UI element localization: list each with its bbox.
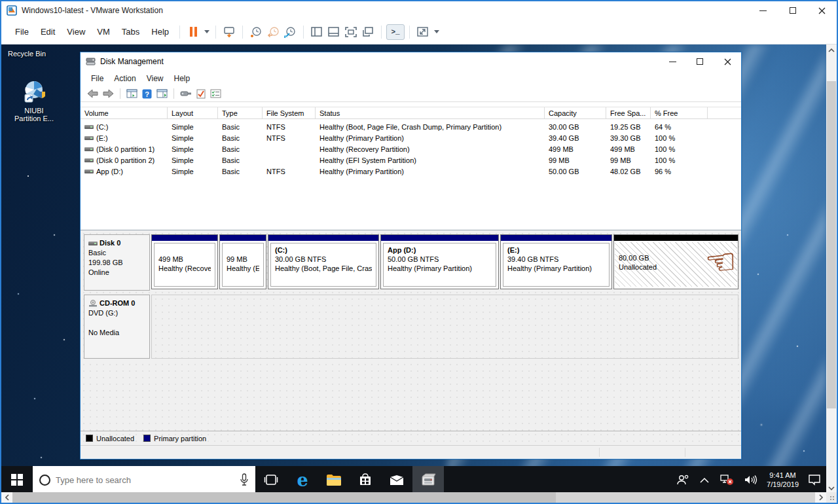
taskbar-mail-button[interactable]: [381, 466, 412, 494]
column-file-system[interactable]: File System: [263, 107, 316, 118]
column-volume[interactable]: Volume: [81, 107, 168, 118]
check-document-icon[interactable]: [196, 89, 206, 99]
start-button[interactable]: [1, 466, 33, 494]
task-view-icon: [264, 474, 278, 486]
close-button[interactable]: [807, 1, 837, 20]
dm-maximize-button[interactable]: [686, 52, 714, 71]
suspend-vm-button[interactable]: [185, 24, 202, 41]
column-free-space[interactable]: Free Spa...: [606, 107, 651, 118]
minimize-button[interactable]: [748, 1, 778, 20]
dm-menu-help[interactable]: Help: [169, 72, 196, 85]
dm-minimize-button[interactable]: [659, 52, 686, 71]
cdrom-status: No Media: [88, 328, 145, 338]
forward-icon[interactable]: [103, 89, 114, 98]
console-view-button[interactable]: >_: [386, 24, 405, 40]
vmware-logo-icon: [7, 5, 17, 16]
vertical-scroll-thumb[interactable]: [827, 81, 836, 408]
cdrom-row: CD-ROM 0 DVD (G:) No Media: [84, 295, 738, 359]
menu-vm[interactable]: VM: [91, 24, 116, 39]
volume-row-app-d[interactable]: App (D:) Simple Basic NTFS Healthy (Prim…: [81, 166, 708, 177]
unallocated-color-bar: [614, 235, 738, 241]
back-icon[interactable]: [87, 89, 98, 98]
partition-app-d[interactable]: App (D:) 50.00 GB NTFS Healthy (Primary …: [380, 234, 499, 289]
manage-snapshots-button[interactable]: [282, 24, 299, 41]
dm-menu-file[interactable]: File: [86, 72, 109, 85]
volume-row-e[interactable]: (E:) Simple Basic NTFS Healthy (Primary …: [81, 132, 708, 143]
column-capacity[interactable]: Capacity: [545, 107, 606, 118]
volume-row-c[interactable]: (C:) Simple Basic NTFS Healthy (Boot, Pa…: [81, 121, 708, 132]
partition-recovery[interactable]: 499 MB Healthy (Recove: [151, 234, 218, 289]
taskbar-store-button[interactable]: [350, 466, 381, 494]
partition-unallocated[interactable]: 80.00 GB Unallocated ☜: [613, 234, 738, 289]
column-layout[interactable]: Layout: [168, 107, 218, 118]
people-button[interactable]: [671, 466, 695, 494]
disk0-status: Online: [88, 268, 145, 278]
device-properties-icon[interactable]: [180, 89, 192, 98]
fullscreen-button[interactable]: [342, 24, 359, 41]
microphone-icon[interactable]: [240, 473, 249, 486]
menu-help[interactable]: Help: [145, 24, 175, 39]
column-pct-free[interactable]: % Free: [651, 107, 708, 118]
desktop-icon-niubi-partition-editor[interactable]: NIUBI Partition E...: [10, 79, 58, 122]
disk-graphical-pane: Disk 0 Basic 199.98 GB Online 499 MB Hea…: [81, 230, 741, 431]
menu-edit[interactable]: Edit: [35, 24, 61, 39]
cd-rom-icon: [88, 300, 98, 307]
vmware-titlebar: Windows10-latest - VMware Workstation: [1, 1, 837, 20]
maximize-button[interactable]: [778, 1, 807, 20]
volume-row-partition1[interactable]: (Disk 0 partition 1) Simple Basic Health…: [81, 143, 708, 154]
desktop-icon-recycle-bin[interactable]: Recycle Bin: [8, 50, 46, 58]
revert-snapshot-button[interactable]: [264, 24, 282, 41]
taskbar-search[interactable]: [33, 466, 255, 494]
suspend-dropdown[interactable]: [202, 24, 211, 41]
scroll-right-button[interactable]: [815, 492, 826, 503]
console-tree-toggle-icon[interactable]: [126, 89, 137, 98]
system-tray: 9:41 AM 7/19/2019: [671, 466, 826, 494]
speaker-icon: [744, 475, 757, 485]
niubi-app-icon: [21, 79, 47, 105]
menu-tabs[interactable]: Tabs: [116, 24, 145, 39]
cdrom-label[interactable]: CD-ROM 0 DVD (G:) No Media: [84, 295, 150, 359]
dm-close-button[interactable]: [714, 52, 741, 71]
cdrom-media-area[interactable]: [151, 295, 738, 359]
task-list-icon[interactable]: [210, 89, 221, 98]
console-horizontal-scrollbar[interactable]: [1, 492, 826, 503]
network-status-button[interactable]: [714, 466, 739, 494]
partition-c[interactable]: (C:) 30.00 GB NTFS Healthy (Boot, Page F…: [268, 234, 379, 289]
fit-guest-button[interactable]: [414, 24, 431, 41]
action-center-button[interactable]: [803, 466, 826, 494]
dm-menu-action[interactable]: Action: [109, 72, 141, 85]
help-icon[interactable]: ?: [142, 89, 152, 99]
scroll-left-button[interactable]: [1, 492, 12, 503]
take-snapshot-button[interactable]: [247, 24, 264, 41]
menu-view[interactable]: View: [61, 24, 91, 39]
search-input[interactable]: [56, 475, 219, 485]
menu-file[interactable]: File: [9, 24, 35, 39]
volume-row-partition2[interactable]: (Disk 0 partition 2) Simple Basic Health…: [81, 154, 708, 166]
scroll-up-button[interactable]: [826, 45, 837, 56]
taskbar-disk-management-button[interactable]: [412, 466, 444, 494]
task-view-button[interactable]: [255, 466, 287, 494]
primary-partition-color-bar: [501, 235, 611, 241]
disk0-label[interactable]: Disk 0 Basic 199.98 GB Online: [84, 234, 150, 291]
action-pane-toggle-icon[interactable]: [156, 89, 168, 98]
console-vertical-scrollbar[interactable]: [826, 45, 837, 494]
taskbar-file-explorer-button[interactable]: [318, 466, 350, 494]
taskbar-edge-button[interactable]: e: [287, 466, 318, 494]
column-type[interactable]: Type: [218, 107, 263, 118]
taskbar-clock[interactable]: 9:41 AM 7/19/2019: [763, 466, 803, 494]
dm-menu-view[interactable]: View: [141, 72, 169, 85]
unallocated-swatch: [86, 435, 93, 442]
send-ctrl-alt-del-button[interactable]: [221, 24, 238, 41]
fit-dropdown[interactable]: [431, 24, 441, 41]
snapshot-manage-icon: [284, 26, 296, 38]
unity-mode-button[interactable]: [359, 24, 376, 41]
partition-efi[interactable]: 99 MB Healthy (EF: [219, 234, 266, 289]
show-library-button[interactable]: [308, 24, 325, 41]
horizontal-scroll-thumb[interactable]: [12, 492, 556, 503]
tray-expand-button[interactable]: [695, 466, 714, 494]
volume-button[interactable]: [739, 466, 763, 494]
partition-e[interactable]: (E:) 39.40 GB NTFS Healthy (Primary Part…: [500, 234, 612, 289]
show-thumbnail-bar-button[interactable]: [325, 24, 342, 41]
resize-grip[interactable]: [826, 492, 837, 503]
column-status[interactable]: Status: [316, 107, 545, 118]
